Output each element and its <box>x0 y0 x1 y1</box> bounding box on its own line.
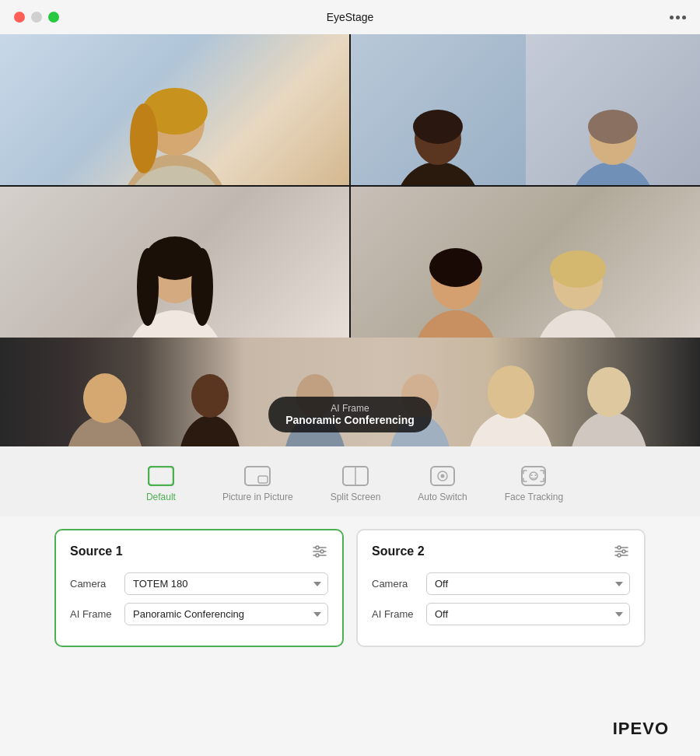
svg-point-49 <box>316 546 319 549</box>
video-cell-2 <box>351 34 700 185</box>
svg-point-45 <box>535 474 537 476</box>
panoramic-strip: AI Frame Panoramic Conferencing <box>0 338 700 446</box>
svg-point-11 <box>124 310 226 338</box>
sources-panel: Source 1 Camera TOTEM 180 Built-in Camer… <box>0 516 700 660</box>
source-1-camera-select[interactable]: TOTEM 180 Built-in Camera USB Camera <box>124 572 328 595</box>
source-2-aiframe-row: AI Frame Off Panoramic Conferencing Spea… <box>372 603 630 625</box>
svg-rect-36 <box>258 476 268 483</box>
ai-frame-badge: AI Frame Panoramic Conferencing <box>268 397 432 432</box>
svg-rect-34 <box>149 467 173 485</box>
mode-face-label: Face Tracking <box>505 492 563 502</box>
source-2-aiframe-label: AI Frame <box>372 608 420 620</box>
svg-point-10 <box>588 110 638 144</box>
svg-point-33 <box>587 367 631 417</box>
svg-point-56 <box>622 550 625 553</box>
mode-split[interactable]: Split Screen <box>312 459 400 509</box>
title-bar: EyeStage <box>0 0 700 34</box>
svg-point-25 <box>191 374 229 418</box>
split-icon <box>341 465 369 487</box>
svg-point-57 <box>618 554 621 557</box>
mode-split-label: Split Screen <box>331 492 381 502</box>
source-2-header: Source 2 <box>372 543 630 560</box>
close-button[interactable] <box>14 12 25 23</box>
svg-point-23 <box>83 373 127 423</box>
mode-face[interactable]: Face Tracking <box>486 459 582 509</box>
video-cell-3 <box>0 187 349 338</box>
svg-point-51 <box>316 554 319 557</box>
svg-point-50 <box>320 550 324 553</box>
video-cell-4 <box>351 187 700 338</box>
video-cell-1 <box>0 34 349 185</box>
source-1-aiframe-select[interactable]: Panoramic Conferencing Speaker Tracking … <box>124 603 328 625</box>
svg-point-15 <box>191 248 213 326</box>
minimize-button[interactable] <box>31 12 42 23</box>
window-controls <box>14 12 59 23</box>
menu-dots[interactable] <box>670 16 686 19</box>
dot-3 <box>682 16 686 19</box>
mode-selector: Default Picture in Picture Split Screen <box>0 446 700 516</box>
mode-auto[interactable]: Auto Switch <box>399 459 485 509</box>
mode-auto-label: Auto Switch <box>418 492 467 502</box>
source-2-camera-label: Camera <box>372 578 420 590</box>
brand-logo: IPEVO <box>613 719 669 739</box>
source-1-aiframe-label: AI Frame <box>70 608 118 620</box>
svg-point-14 <box>137 248 159 326</box>
svg-point-44 <box>531 474 533 476</box>
dot-2 <box>676 16 680 19</box>
svg-point-55 <box>618 546 621 549</box>
svg-point-19 <box>535 310 621 338</box>
svg-point-24 <box>179 415 241 446</box>
source-1-title: Source 1 <box>70 544 123 558</box>
source-2-camera-row: Camera Off TOTEM 180 Built-in Camera <box>372 572 630 595</box>
svg-point-41 <box>441 474 445 478</box>
svg-point-5 <box>395 162 481 185</box>
svg-point-31 <box>488 366 534 418</box>
video-area: AI Frame Panoramic Conferencing <box>0 34 700 446</box>
dot-1 <box>670 16 674 19</box>
source-1-settings-icon[interactable] <box>311 543 328 560</box>
svg-point-3 <box>130 103 158 173</box>
mode-default[interactable]: Default <box>118 459 204 509</box>
source-1-camera-label: Camera <box>70 578 118 590</box>
source-1-camera-row: Camera TOTEM 180 Built-in Camera USB Cam… <box>70 572 328 595</box>
mode-default-label: Default <box>146 492 176 502</box>
source-2-aiframe-select[interactable]: Off Panoramic Conferencing Speaker Track… <box>426 603 630 625</box>
source-2-card: Source 2 Camera Off TOTEM 180 Built-in C… <box>356 529 646 647</box>
source-1-card: Source 1 Camera TOTEM 180 Built-in Camer… <box>54 529 344 647</box>
source-2-title: Source 2 <box>372 544 425 558</box>
source-1-header: Source 1 <box>70 543 328 560</box>
source-1-aiframe-row: AI Frame Panoramic Conferencing Speaker … <box>70 603 328 625</box>
face-icon <box>520 465 548 487</box>
svg-point-8 <box>570 162 656 185</box>
source-2-camera-select[interactable]: Off TOTEM 180 Built-in Camera <box>426 572 630 595</box>
svg-point-21 <box>550 250 606 288</box>
ai-frame-label: AI Frame <box>285 403 415 414</box>
svg-point-18 <box>429 248 482 287</box>
video-grid <box>0 34 700 338</box>
mode-pip[interactable]: Picture in Picture <box>204 459 312 509</box>
source-2-settings-icon[interactable] <box>613 543 630 560</box>
app-title: EyeStage <box>327 11 374 23</box>
mode-pip-label: Picture in Picture <box>222 492 293 502</box>
default-icon <box>147 465 175 487</box>
maximize-button[interactable] <box>48 12 59 23</box>
ai-frame-value: Panoramic Conferencing <box>285 414 415 426</box>
svg-point-16 <box>413 310 499 338</box>
svg-point-7 <box>413 110 463 144</box>
pip-icon <box>243 465 271 487</box>
svg-rect-42 <box>522 467 545 485</box>
auto-icon <box>429 465 457 487</box>
